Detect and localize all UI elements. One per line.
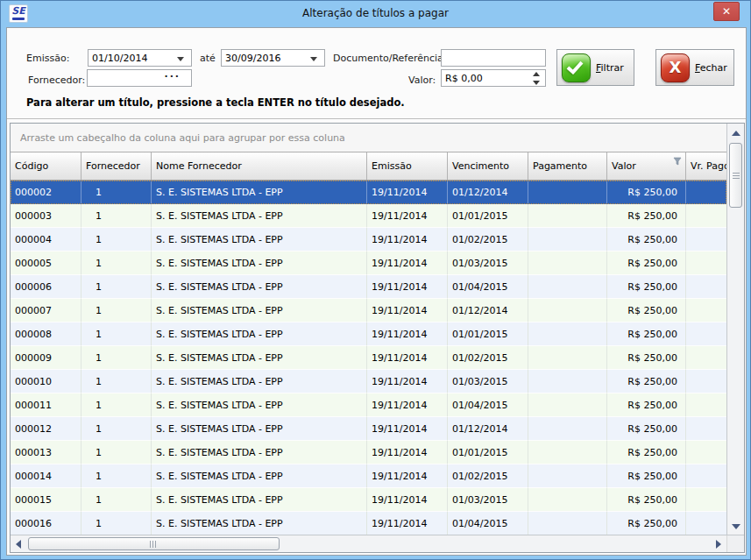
scroll-right-button[interactable]: [711, 537, 726, 552]
cell-nome-fornecedor[interactable]: S. E. SISTEMAS LTDA - EPP: [152, 275, 367, 299]
cell-codigo[interactable]: 000010: [11, 370, 81, 393]
cell-pagamento[interactable]: [528, 441, 607, 464]
cell-emissao[interactable]: 19/11/2014: [367, 346, 448, 370]
cell-fornecedor[interactable]: 1: [81, 512, 152, 535]
cell-valor[interactable]: R$ 250,00: [607, 512, 686, 535]
column-header-emissao[interactable]: Emissão: [367, 152, 448, 180]
cell-pagamento[interactable]: [528, 181, 607, 204]
cell-vencimento[interactable]: 01/01/2015: [448, 323, 528, 346]
cell-pagamento[interactable]: [528, 275, 607, 299]
cell-emissao[interactable]: 19/11/2014: [367, 512, 448, 535]
cell-vencimento[interactable]: 01/04/2015: [448, 393, 528, 417]
cell-nome-fornecedor[interactable]: S. E. SISTEMAS LTDA - EPP: [152, 252, 367, 275]
cell-valor[interactable]: R$ 250,00: [607, 393, 686, 417]
table-row[interactable]: 000013 1 S. E. SISTEMAS LTDA - EPP 19/11…: [11, 441, 726, 464]
cell-valor[interactable]: R$ 250,00: [607, 441, 686, 464]
cell-valor[interactable]: R$ 250,00: [607, 417, 686, 441]
emissao-to-combobox[interactable]: 30/09/2016: [221, 49, 325, 67]
cell-nome-fornecedor[interactable]: S. E. SISTEMAS LTDA - EPP: [152, 346, 367, 370]
group-by-panel[interactable]: Arraste um cabeçalho da coluna aqui para…: [11, 124, 726, 152]
column-header-pagamento[interactable]: Pagamento: [528, 152, 607, 180]
cell-codigo[interactable]: 000015: [11, 488, 81, 512]
table-row[interactable]: 000002 1 S. E. SISTEMAS LTDA - EPP 19/11…: [11, 181, 726, 204]
cell-vencimento[interactable]: 01/12/2014: [448, 299, 528, 323]
table-row[interactable]: 000007 1 S. E. SISTEMAS LTDA - EPP 19/11…: [11, 299, 726, 323]
cell-vencimento[interactable]: 01/04/2015: [448, 512, 528, 535]
chevron-down-icon[interactable]: [177, 57, 184, 61]
table-row[interactable]: 000015 1 S. E. SISTEMAS LTDA - EPP 19/11…: [11, 488, 726, 512]
spinner-up-icon[interactable]: [533, 72, 540, 76]
fechar-button[interactable]: X Fechar: [655, 49, 734, 86]
close-button[interactable]: ✕: [713, 2, 740, 21]
cell-codigo[interactable]: 000004: [11, 228, 81, 252]
cell-nome-fornecedor[interactable]: S. E. SISTEMAS LTDA - EPP: [152, 393, 367, 417]
cell-fornecedor[interactable]: 1: [81, 393, 152, 417]
cell-emissao[interactable]: 19/11/2014: [367, 370, 448, 393]
cell-pagamento[interactable]: [528, 346, 607, 370]
cell-pagamento[interactable]: [528, 370, 607, 393]
table-row[interactable]: 000010 1 S. E. SISTEMAS LTDA - EPP 19/11…: [11, 370, 726, 393]
column-header-vencimento[interactable]: Vencimento: [448, 152, 528, 180]
cell-emissao[interactable]: 19/11/2014: [367, 275, 448, 299]
cell-vencimento[interactable]: 01/04/2015: [448, 275, 528, 299]
column-header-vr-pago[interactable]: Vr. Pago: [686, 152, 726, 180]
cell-fornecedor[interactable]: 1: [81, 346, 152, 370]
cell-nome-fornecedor[interactable]: S. E. SISTEMAS LTDA - EPP: [152, 228, 367, 252]
column-header-valor[interactable]: Valor: [607, 152, 686, 180]
cell-vencimento[interactable]: 01/12/2014: [448, 417, 528, 441]
cell-vr-pago[interactable]: [686, 323, 726, 346]
spinner-down-icon[interactable]: [533, 81, 540, 85]
table-row[interactable]: 000011 1 S. E. SISTEMAS LTDA - EPP 19/11…: [11, 393, 726, 417]
cell-emissao[interactable]: 19/11/2014: [367, 464, 448, 488]
cell-fornecedor[interactable]: 1: [81, 370, 152, 393]
cell-codigo[interactable]: 000009: [11, 346, 81, 370]
filter-funnel-icon[interactable]: [673, 157, 682, 166]
cell-codigo[interactable]: 000007: [11, 299, 81, 323]
table-row[interactable]: 000005 1 S. E. SISTEMAS LTDA - EPP 19/11…: [11, 252, 726, 275]
cell-nome-fornecedor[interactable]: S. E. SISTEMAS LTDA - EPP: [152, 441, 367, 464]
title-bar[interactable]: SE Alteração de títulos a pagar ✕: [1, 1, 750, 27]
cell-emissao[interactable]: 19/11/2014: [367, 417, 448, 441]
cell-pagamento[interactable]: [528, 488, 607, 512]
cell-nome-fornecedor[interactable]: S. E. SISTEMAS LTDA - EPP: [152, 512, 367, 535]
cell-vr-pago[interactable]: [686, 204, 726, 228]
cell-fornecedor[interactable]: 1: [81, 204, 152, 228]
cell-valor[interactable]: R$ 250,00: [607, 464, 686, 488]
cell-valor[interactable]: R$ 250,00: [607, 252, 686, 275]
cell-valor[interactable]: R$ 250,00: [607, 299, 686, 323]
cell-pagamento[interactable]: [528, 299, 607, 323]
cell-emissao[interactable]: 19/11/2014: [367, 204, 448, 228]
vertical-scrollbar-thumb[interactable]: [729, 143, 742, 208]
cell-fornecedor[interactable]: 1: [81, 488, 152, 512]
cell-valor[interactable]: R$ 250,00: [607, 275, 686, 299]
cell-pagamento[interactable]: [528, 417, 607, 441]
cell-codigo[interactable]: 000013: [11, 441, 81, 464]
cell-nome-fornecedor[interactable]: S. E. SISTEMAS LTDA - EPP: [152, 370, 367, 393]
cell-pagamento[interactable]: [528, 228, 607, 252]
horizontal-scrollbar-thumb[interactable]: [28, 537, 280, 550]
table-row[interactable]: 000004 1 S. E. SISTEMAS LTDA - EPP 19/11…: [11, 228, 726, 252]
cell-pagamento[interactable]: [528, 204, 607, 228]
cell-vencimento[interactable]: 01/03/2015: [448, 488, 528, 512]
cell-codigo[interactable]: 000011: [11, 393, 81, 417]
column-header-codigo[interactable]: Código: [11, 152, 81, 180]
horizontal-scrollbar[interactable]: [11, 535, 726, 552]
cell-valor[interactable]: R$ 250,00: [607, 204, 686, 228]
cell-valor[interactable]: R$ 250,00: [607, 181, 686, 204]
cell-nome-fornecedor[interactable]: S. E. SISTEMAS LTDA - EPP: [152, 417, 367, 441]
chevron-down-icon[interactable]: [310, 57, 317, 61]
fornecedor-browse-button[interactable]: ···: [164, 71, 181, 82]
table-row[interactable]: 000012 1 S. E. SISTEMAS LTDA - EPP 19/11…: [11, 417, 726, 441]
cell-vr-pago[interactable]: [686, 488, 726, 512]
cell-pagamento[interactable]: [528, 512, 607, 535]
cell-codigo[interactable]: 000012: [11, 417, 81, 441]
cell-pagamento[interactable]: [528, 323, 607, 346]
cell-vr-pago[interactable]: [686, 417, 726, 441]
cell-fornecedor[interactable]: 1: [81, 181, 152, 204]
cell-emissao[interactable]: 19/11/2014: [367, 488, 448, 512]
cell-vencimento[interactable]: 01/02/2015: [448, 228, 528, 252]
cell-pagamento[interactable]: [528, 464, 607, 488]
cell-nome-fornecedor[interactable]: S. E. SISTEMAS LTDA - EPP: [152, 488, 367, 512]
cell-codigo[interactable]: 000014: [11, 464, 81, 488]
cell-codigo[interactable]: 000016: [11, 512, 81, 535]
